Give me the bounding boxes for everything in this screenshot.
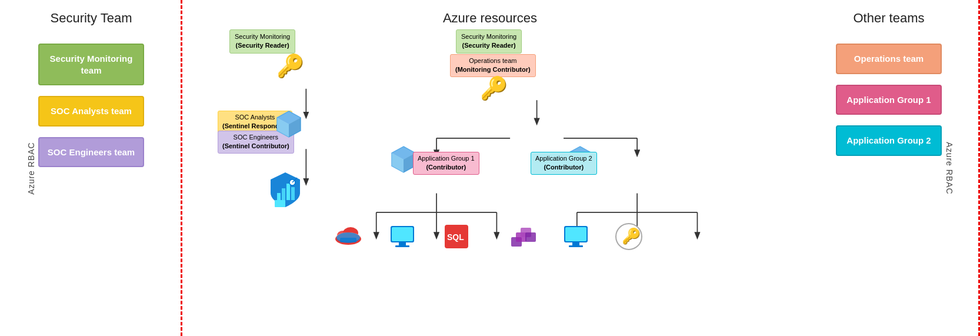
middle-section: Azure resources — [182, 0, 798, 336]
right-section-title: Other teams — [798, 0, 980, 32]
svg-rect-55 — [565, 227, 586, 241]
svg-rect-46 — [399, 242, 406, 245]
other-team-operations: Operations team — [836, 44, 942, 74]
left-section: Security Team Security Monitoring team S… — [0, 0, 182, 336]
svg-rect-47 — [395, 245, 409, 247]
azure-rbac-left-label: Azure RBAC — [26, 142, 36, 194]
resource-monitor-2 — [562, 222, 590, 253]
resource-monitor-1 — [388, 222, 416, 253]
resource-sql-1: SQL — [442, 222, 471, 253]
role-security-monitoring-right: Security Monitoring(Security Reader) — [456, 29, 522, 54]
svg-rect-43 — [340, 238, 356, 242]
other-team-app-group-1: Application Group 1 — [836, 85, 942, 115]
left-section-title: Security Team — [0, 0, 182, 32]
team-security-monitoring: Security Monitoring team — [38, 44, 144, 85]
svg-rect-53 — [525, 232, 536, 242]
svg-rect-57 — [569, 245, 583, 247]
role-security-monitoring-left: Security Monitoring(Security Reader) — [229, 29, 295, 54]
svg-rect-24 — [282, 188, 285, 200]
resource-db-purple — [509, 221, 539, 251]
other-team-app-group-2: Application Group 2 — [836, 125, 942, 156]
middle-section-title: Azure resources — [182, 0, 798, 32]
teams-list: Security Monitoring team SOC Analysts te… — [38, 44, 144, 167]
svg-rect-45 — [392, 227, 413, 241]
cube-icon-left — [274, 109, 304, 142]
svg-rect-56 — [572, 242, 579, 245]
team-soc-analysts: SOC Analysts team — [38, 96, 144, 127]
sentinel-icon — [268, 171, 303, 211]
azure-rbac-right-label: Azure RBAC — [944, 142, 954, 194]
role-app-group-1: Application Group 1(Contributor) — [413, 152, 479, 175]
key-icon-left: 🔑 — [276, 53, 304, 79]
other-teams-list: Operations team Application Group 1 Appl… — [836, 44, 942, 156]
key-icon-right: 🔑 — [480, 75, 508, 101]
main-container: Security Team Security Monitoring team S… — [0, 0, 980, 336]
svg-text:SQL: SQL — [447, 232, 464, 242]
resource-key-vault: 🔑 — [615, 222, 643, 253]
svg-rect-26 — [291, 187, 295, 200]
svg-rect-23 — [277, 193, 281, 200]
svg-rect-25 — [286, 184, 290, 200]
svg-text:🔑: 🔑 — [622, 227, 641, 245]
team-soc-engineers: SOC Engineers team — [38, 137, 144, 168]
right-section: Other teams Operations team Application … — [798, 0, 980, 336]
role-operations-team: Operations team(Monitoring Contributor) — [450, 54, 536, 77]
resource-cloud-1 — [334, 222, 362, 248]
role-app-group-2: Application Group 2(Contributor) — [531, 152, 597, 175]
svg-rect-29 — [275, 200, 285, 207]
